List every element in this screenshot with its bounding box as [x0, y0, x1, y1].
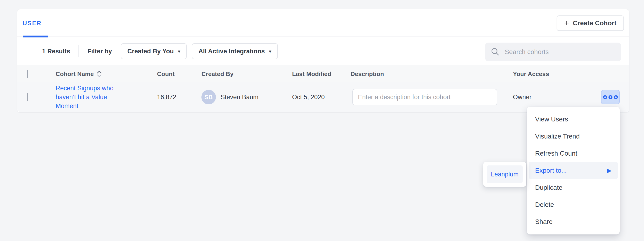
plus-icon: + [564, 19, 569, 27]
caret-down-icon: ▾ [178, 49, 180, 54]
menu-item-visualize-trend[interactable]: Visualize Trend [529, 128, 618, 145]
filter-bar: 1 Results Filter by Created By You ▾ All… [17, 37, 629, 66]
search-icon [491, 48, 500, 56]
count-value: 16,872 [157, 94, 202, 101]
integrations-dropdown[interactable]: All Active Integrations ▾ [192, 43, 278, 59]
row-checkbox[interactable] [27, 93, 28, 101]
create-cohort-label: Create Cohort [573, 20, 616, 27]
filter-by-label: Filter by [88, 48, 112, 55]
access-value: Owner [513, 94, 597, 101]
header-your-access: Your Access [513, 70, 597, 78]
search-box [485, 43, 621, 61]
menu-item-view-users[interactable]: View Users [529, 111, 618, 128]
created-by-cell: SB Steven Baum [202, 90, 292, 104]
header-count: Count [157, 70, 202, 78]
create-cohort-button[interactable]: + Create Cohort [556, 16, 624, 31]
cohorts-page: { "tabs": { "user_label": "USER" }, "too… [0, 0, 644, 241]
more-options-button[interactable] [601, 90, 620, 104]
row-context-menu: View Users Visualize Trend Refresh Count… [527, 107, 620, 234]
tab-user-label: USER [23, 20, 42, 27]
menu-item-duplicate[interactable]: Duplicate [529, 179, 618, 196]
more-options-icon [603, 95, 607, 99]
submenu-arrow-icon: ▶ [607, 167, 612, 174]
created-by-dropdown-label: Created By You [127, 48, 174, 55]
menu-item-export-to[interactable]: Export to... ▶ [529, 162, 618, 179]
header-last-modified: Last Modified [292, 70, 350, 78]
search-input[interactable] [505, 48, 616, 56]
cohorts-card: USER + Create Cohort 1 Results Filter by… [17, 9, 629, 112]
select-all-checkbox[interactable] [27, 70, 28, 78]
description-input[interactable] [352, 89, 497, 105]
export-submenu: Leanplum [483, 162, 526, 187]
header-cohort-name[interactable]: Cohort Name [56, 70, 157, 78]
menu-item-share[interactable]: Share [529, 213, 618, 230]
menu-item-export-label: Export to... [535, 167, 567, 174]
integrations-dropdown-label: All Active Integrations [198, 48, 265, 55]
header-created-by: Created By [202, 70, 292, 78]
last-modified-value: Oct 5, 2020 [292, 94, 350, 101]
tab-bar: USER + Create Cohort [17, 9, 629, 37]
submenu-item-leanplum[interactable]: Leanplum [487, 165, 523, 183]
created-by-dropdown[interactable]: Created By You ▾ [121, 43, 187, 59]
creator-name: Steven Baum [220, 94, 258, 101]
cohort-name-link[interactable]: Recent Signups who haven’t hit a Value M… [56, 84, 116, 110]
menu-item-delete[interactable]: Delete [529, 196, 618, 213]
avatar: SB [202, 90, 216, 104]
tab-user[interactable]: USER [23, 9, 42, 37]
header-description: Description [350, 70, 513, 78]
table-header-row: Cohort Name Count Created By Last Modifi… [17, 66, 629, 82]
results-count: 1 Results [42, 48, 70, 55]
sort-icon [96, 70, 102, 78]
divider [78, 45, 79, 57]
menu-item-refresh-count[interactable]: Refresh Count [529, 145, 618, 162]
caret-down-icon: ▾ [269, 49, 271, 54]
